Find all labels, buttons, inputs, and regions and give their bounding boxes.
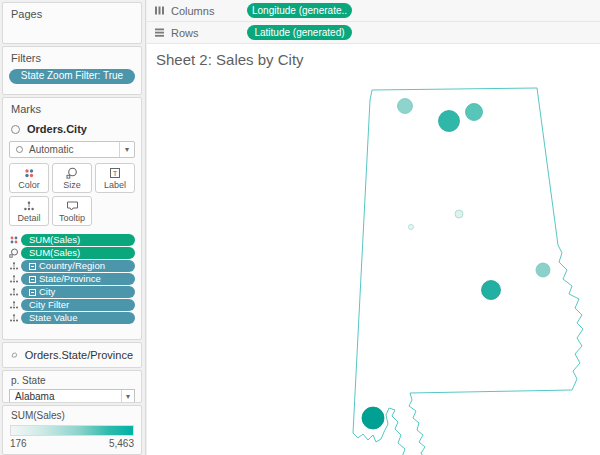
parameter-card: p. State Alabama ▾ [2, 370, 142, 403]
pages-shelf[interactable]: Pages [2, 2, 142, 44]
filter-pill-state-zoom[interactable]: State Zoom Filter: True [9, 69, 135, 84]
rows-label: Rows [171, 27, 199, 39]
pill-label: State Value [29, 312, 77, 324]
tooltip-button-label: Tooltip [59, 213, 85, 223]
city-sales-mark[interactable] [466, 104, 483, 121]
detail-shelf-icon [6, 313, 21, 323]
hierarchy-expand-icon[interactable] [29, 263, 36, 270]
legend-max: 5,463 [109, 438, 134, 449]
circle-mark-icon [11, 125, 20, 134]
columns-icon [154, 5, 165, 16]
marks-layer-label: Orders.State/Province [25, 349, 133, 361]
size-shelf-icon [6, 248, 21, 258]
pill-country-region[interactable]: Country/Region [21, 260, 135, 272]
pill-label: City [39, 286, 55, 298]
city-sales-mark[interactable] [536, 263, 550, 277]
pages-title: Pages [3, 3, 141, 20]
parameter-dropdown[interactable]: Alabama ▾ [9, 389, 135, 403]
city-sales-mark[interactable] [439, 111, 460, 132]
city-sales-mark[interactable] [362, 407, 384, 429]
pill-label: SUM(Sales) [29, 247, 80, 259]
parameter-value: Alabama [15, 391, 54, 402]
color-legend-card: SUM(Sales) 176 5,463 [2, 405, 142, 455]
filters-title: Filters [3, 47, 141, 64]
svg-text:T: T [113, 168, 118, 177]
mark-type-value: Automatic [29, 144, 73, 155]
chevron-down-icon[interactable]: ▾ [121, 390, 134, 402]
pill-label: Country/Region [39, 260, 105, 272]
tableau-workspace: Pages Filters State Zoom Filter: True Ma… [0, 0, 600, 455]
pill-label: SUM(Sales) [29, 234, 80, 246]
sheet-title[interactable]: Sheet 2: Sales by City [147, 45, 600, 72]
city-sales-mark[interactable] [398, 99, 413, 114]
rows-icon [154, 27, 165, 38]
label-icon: T [109, 167, 121, 179]
mark-type-dropdown[interactable]: Automatic ▾ [9, 141, 135, 158]
hierarchy-expand-icon[interactable] [29, 276, 36, 283]
pill-sum-sales-size[interactable]: SUM(Sales) [21, 247, 135, 259]
rows-pill-latitude[interactable]: Latitude (generated) [247, 25, 352, 40]
automatic-circle-icon [16, 146, 23, 153]
pill-city-filter[interactable]: City Filter [21, 299, 135, 311]
color-button-label: Color [18, 180, 40, 190]
marks-pill-list: SUM(Sales) SUM(Sales) Country/Region [3, 234, 141, 324]
pill-state-province[interactable]: State/Province [21, 273, 135, 285]
mark-buttons: Color Size T Label [9, 163, 135, 226]
marks-title: Marks [3, 98, 141, 115]
detail-shelf-icon [6, 261, 21, 271]
pill-label: City Filter [29, 299, 69, 311]
label-button-label: Label [104, 180, 126, 190]
view-area: Columns Longitude (generate.. Rows Latit… [147, 0, 600, 455]
pill-city[interactable]: City [21, 286, 135, 298]
pill-state-value[interactable]: State Value [21, 312, 135, 324]
marks-layer-orders-state-province[interactable]: Orders.State/Province [2, 342, 142, 368]
columns-pill-longitude[interactable]: Longitude (generate.. [247, 3, 352, 18]
rows-shelf[interactable]: Rows Latitude (generated) [147, 22, 600, 44]
pill-sum-sales-color[interactable]: SUM(Sales) [21, 234, 135, 246]
detail-shelf-icon [6, 287, 21, 297]
detail-icon [23, 200, 35, 212]
detail-button[interactable]: Detail [9, 196, 49, 226]
tooltip-icon [66, 200, 79, 212]
color-shelf-icon [6, 235, 21, 245]
color-icon [23, 167, 35, 179]
detail-button-label: Detail [17, 213, 40, 223]
pill-label: State/Province [39, 273, 101, 285]
detail-shelf-icon [6, 274, 21, 284]
polygon-map-icon [11, 349, 18, 361]
city-sales-mark[interactable] [455, 210, 463, 218]
label-button[interactable]: T Label [95, 163, 135, 193]
tooltip-button[interactable]: Tooltip [52, 196, 92, 226]
columns-label: Columns [171, 5, 214, 17]
legend-title: SUM(Sales) [3, 406, 141, 421]
sidebar: Pages Filters State Zoom Filter: True Ma… [0, 0, 146, 455]
filters-shelf[interactable]: Filters State Zoom Filter: True [2, 46, 142, 95]
size-icon [66, 167, 78, 179]
legend-gradient-bar[interactable] [10, 425, 134, 436]
hierarchy-expand-icon[interactable] [29, 289, 36, 296]
detail-shelf-icon [6, 300, 21, 310]
chevron-down-icon[interactable]: ▾ [119, 142, 134, 157]
legend-range: 176 5,463 [10, 438, 134, 449]
marks-layer-orders-city[interactable]: Orders.City [3, 115, 141, 138]
size-button[interactable]: Size [52, 163, 92, 193]
city-sales-mark[interactable] [409, 225, 414, 230]
legend-min: 176 [10, 438, 27, 449]
color-button[interactable]: Color [9, 163, 49, 193]
parameter-title: p. State [3, 371, 141, 386]
size-button-label: Size [63, 180, 81, 190]
alabama-map [147, 72, 600, 455]
city-sales-mark[interactable] [482, 281, 501, 300]
map-view[interactable] [147, 72, 600, 455]
columns-shelf[interactable]: Columns Longitude (generate.. [147, 0, 600, 22]
marks-card: Marks Orders.City Automatic ▾ Color [2, 97, 142, 340]
marks-layer-label: Orders.City [27, 123, 87, 135]
